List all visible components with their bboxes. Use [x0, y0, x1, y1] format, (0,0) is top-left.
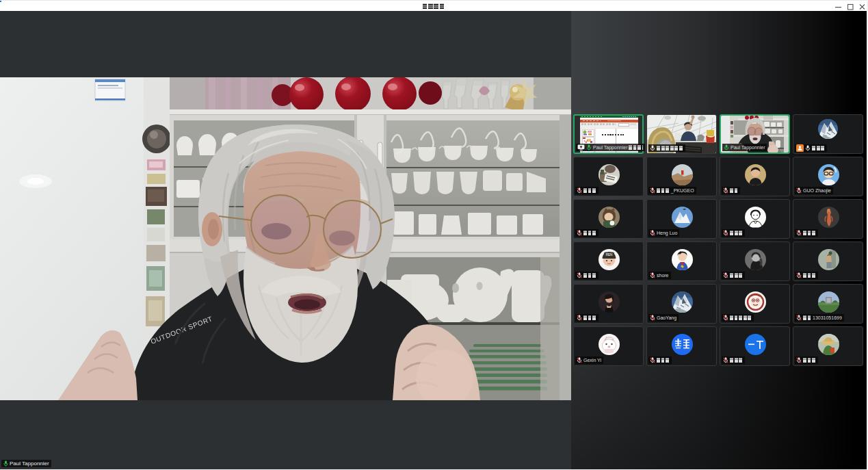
svg-text:MYFY: MYFY — [606, 337, 614, 339]
svg-text:REN: REN — [606, 253, 613, 257]
